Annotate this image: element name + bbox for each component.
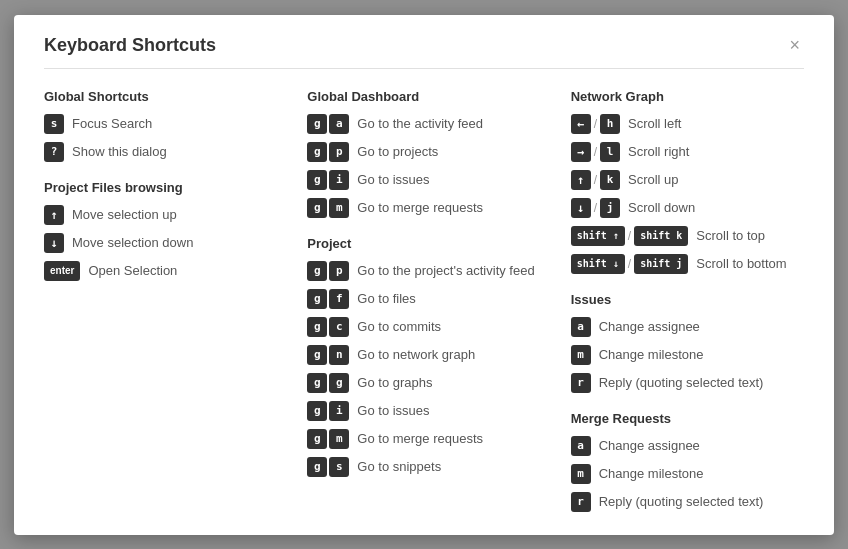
desc-commits: Go to commits — [357, 319, 441, 334]
kbd-group-gm2: g m — [307, 429, 349, 449]
desc-files: Go to files — [357, 291, 416, 306]
desc-scroll-bottom: Scroll to bottom — [696, 256, 786, 271]
desc-scroll-top: Scroll to top — [696, 228, 765, 243]
kbd-group-gm: g m — [307, 198, 349, 218]
key-g: g — [307, 289, 327, 309]
desc-network: Go to network graph — [357, 347, 475, 362]
desc-issues-milestone: Change milestone — [599, 347, 704, 362]
key-g: g — [307, 373, 327, 393]
shortcut-projects: g p Go to projects — [307, 142, 540, 162]
key-shift-k: shift k — [634, 226, 688, 246]
shortcut-snippets: g s Go to snippets — [307, 457, 540, 477]
shortcut-mr-milestone: m Change milestone — [571, 464, 804, 484]
key-g: g — [307, 457, 327, 477]
key-m-mr: m — [571, 464, 591, 484]
shortcut-files: g f Go to files — [307, 289, 540, 309]
desc-move-down: Move selection down — [72, 235, 193, 250]
desc-issues-global: Go to issues — [357, 172, 429, 187]
global-dashboard-title: Global Dashboard — [307, 89, 540, 104]
key-arrow-up: ↑ — [44, 205, 64, 225]
key-s: s — [329, 457, 349, 477]
kbd-group-scroll-up: ↑ / k — [571, 170, 620, 190]
kbd-group-scroll-top: shift ↑ / shift k — [571, 226, 689, 246]
desc-scroll-up: Scroll up — [628, 172, 679, 187]
key-m: m — [329, 429, 349, 449]
desc-issues-project: Go to issues — [357, 403, 429, 418]
key-m-issues: m — [571, 345, 591, 365]
key-p: p — [329, 142, 349, 162]
key-i: i — [329, 401, 349, 421]
shortcut-commits: g c Go to commits — [307, 317, 540, 337]
project-files-title: Project Files browsing — [44, 180, 277, 195]
desc-show-dialog: Show this dialog — [72, 144, 167, 159]
key-left-arrow: ← — [571, 114, 591, 134]
key-g: g — [307, 114, 327, 134]
desc-mr-assignee: Change assignee — [599, 438, 700, 453]
kbd-group-gc: g c — [307, 317, 349, 337]
modal-header: Keyboard Shortcuts × — [44, 35, 804, 69]
issues-title: Issues — [571, 292, 804, 307]
desc-issues-assignee: Change assignee — [599, 319, 700, 334]
column-network: Network Graph ← / h Scroll left → / l — [561, 89, 804, 520]
shortcut-issues-project: g i Go to issues — [307, 401, 540, 421]
kbd-group-scroll-bottom: shift ↓ / shift j — [571, 254, 689, 274]
kbd-group-gi: g i — [307, 170, 349, 190]
shortcut-open-selection: enter Open Selection — [44, 261, 277, 281]
key-g: g — [307, 142, 327, 162]
kbd-group-gp2: g p — [307, 261, 349, 281]
key-right-arrow: → — [571, 142, 591, 162]
kbd-group-gp: g p — [307, 142, 349, 162]
column-global: Global Shortcuts s Focus Search ? Show t… — [44, 89, 297, 520]
merge-requests-title: Merge Requests — [571, 411, 804, 426]
kbd-group-gg: g g — [307, 373, 349, 393]
key-a-issues: a — [571, 317, 591, 337]
keyboard-shortcuts-modal: Keyboard Shortcuts × Global Shortcuts s … — [14, 15, 834, 535]
shortcut-show-dialog: ? Show this dialog — [44, 142, 277, 162]
key-h: h — [600, 114, 620, 134]
key-shift-down: shift ↓ — [571, 254, 625, 274]
key-l: l — [600, 142, 620, 162]
desc-snippets: Go to snippets — [357, 459, 441, 474]
desc-focus-search: Focus Search — [72, 116, 152, 131]
shortcut-merge-project: g m Go to merge requests — [307, 429, 540, 449]
shortcut-issues-global: g i Go to issues — [307, 170, 540, 190]
shortcut-graphs: g g Go to graphs — [307, 373, 540, 393]
kbd-group-gs: g s — [307, 457, 349, 477]
shortcut-move-down: ↓ Move selection down — [44, 233, 277, 253]
desc-mr-reply: Reply (quoting selected text) — [599, 494, 764, 509]
key-g: g — [307, 401, 327, 421]
kbd-group-gf: g f — [307, 289, 349, 309]
kbd-group-scroll-left: ← / h — [571, 114, 620, 134]
key-g: g — [307, 317, 327, 337]
key-g: g — [329, 373, 349, 393]
column-dashboard: Global Dashboard g a Go to the activity … — [297, 89, 560, 520]
shortcut-scroll-up: ↑ / k Scroll up — [571, 170, 804, 190]
close-button[interactable]: × — [785, 36, 804, 54]
key-up-arrow: ↑ — [571, 170, 591, 190]
desc-move-up: Move selection up — [72, 207, 177, 222]
key-arrow-down: ↓ — [44, 233, 64, 253]
desc-graphs: Go to graphs — [357, 375, 432, 390]
shortcut-focus-search: s Focus Search — [44, 114, 277, 134]
desc-project-activity: Go to the project's activity feed — [357, 263, 534, 278]
desc-scroll-right: Scroll right — [628, 144, 689, 159]
modal-title: Keyboard Shortcuts — [44, 35, 216, 56]
key-a: a — [329, 114, 349, 134]
shortcut-scroll-left: ← / h Scroll left — [571, 114, 804, 134]
key-n: n — [329, 345, 349, 365]
shortcut-project-activity: g p Go to the project's activity feed — [307, 261, 540, 281]
desc-mr-milestone: Change milestone — [599, 466, 704, 481]
shortcut-activity-feed: g a Go to the activity feed — [307, 114, 540, 134]
key-a-mr: a — [571, 436, 591, 456]
shortcut-scroll-top: shift ↑ / shift k Scroll to top — [571, 226, 804, 246]
key-g: g — [307, 261, 327, 281]
key-m: m — [329, 198, 349, 218]
shortcut-mr-reply: r Reply (quoting selected text) — [571, 492, 804, 512]
kbd-group-gn: g n — [307, 345, 349, 365]
shortcuts-columns: Global Shortcuts s Focus Search ? Show t… — [44, 89, 804, 520]
desc-scroll-left: Scroll left — [628, 116, 681, 131]
network-graph-title: Network Graph — [571, 89, 804, 104]
key-r-issues: r — [571, 373, 591, 393]
shortcut-scroll-down: ↓ / j Scroll down — [571, 198, 804, 218]
key-j: j — [600, 198, 620, 218]
